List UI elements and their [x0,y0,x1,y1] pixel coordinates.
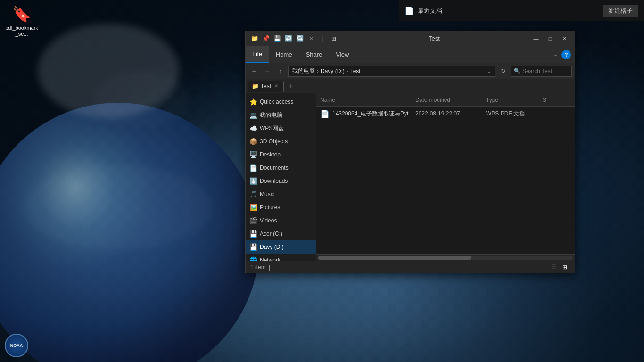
videos-icon: 🎬 [249,217,257,224]
quick-access-icon: ⭐ [249,98,257,106]
toolbar-save-icon[interactable]: 💾 [272,33,282,44]
acer-c-icon: 💾 [249,230,257,238]
search-input[interactable] [522,68,569,74]
table-row[interactable]: 📄 14320064_电子数据取证与Python方法... 2022-08-19… [316,107,575,121]
documents-icon: 📄 [249,164,257,172]
title-bar-left: 📁 📌 💾 ↩️ ↪️ ✕ | ⊞ [249,33,339,44]
path-dropdown-icon[interactable]: ⌄ [487,68,491,74]
status-separator: | [269,264,270,271]
file-name: 14320064_电子数据取证与Python方法... [332,110,415,118]
toolbar-undo-icon[interactable]: ↩️ [283,33,294,44]
noaa-badge: NOAA [5,334,28,357]
close-button[interactable]: ✕ [558,34,571,43]
tab-close-button[interactable]: ✕ [273,83,280,90]
path-sep-1: › [317,68,319,74]
earth-visual [0,103,259,362]
toolbar-redo-icon[interactable]: ↪️ [295,33,305,44]
recent-docs-area: 📄 最近文档 [405,6,442,15]
maximize-button[interactable]: □ [544,34,557,43]
status-bar: 1 item | ☰ ⊞ [246,261,575,273]
toolbar: 📁 📌 💾 ↩️ ↪️ ✕ | ⊞ [249,33,339,44]
sidebar-item-label: Videos [260,217,277,224]
forward-button[interactable]: → [262,66,273,77]
path-segment-test[interactable]: Test [350,68,361,74]
horizontal-scrollbar[interactable] [316,254,575,261]
add-tab-button[interactable]: + [285,81,296,92]
column-type-header[interactable]: Type [486,97,543,103]
sidebar-item-label: Davy (D:) [260,244,284,250]
toolbar-pin-icon[interactable]: 📌 [261,33,271,44]
ribbon-help-area: ⌄ ? [552,50,575,59]
pictures-icon: 🖼️ [249,204,257,211]
view-buttons: ☰ ⊞ [548,263,570,272]
minimize-button[interactable]: — [529,34,543,43]
sidebar-item-label: 我的电脑 [260,111,282,119]
sidebar-item-label: WPS网盘 [260,124,284,132]
toolbar-folder-icon[interactable]: 📁 [249,33,260,44]
window-title: Test [339,35,529,42]
tiles-view-button[interactable]: ⊞ [560,263,570,272]
search-box[interactable]: 🔍 [511,66,572,77]
column-size-header[interactable]: S [543,97,571,103]
ribbon-tab-file[interactable]: File [246,46,269,63]
sidebar-item-label: Documents [260,165,289,171]
toolbar-separator: | [317,33,328,44]
ribbon-tab-share[interactable]: Share [299,46,330,63]
tabs-bar: 📁 Test ✕ + [246,79,575,93]
address-path[interactable]: 我的电脑 › Davy (D:) › Test ⌄ [288,66,495,77]
desktop-icon-pdf[interactable]: 🔖 pdf_bookmark_se... [5,5,39,37]
sidebar-item-davy-d[interactable]: 💾 Davy (D:) [246,240,316,254]
sidebar-item-network[interactable]: 🌐 Network [246,254,316,261]
sidebar-item-wps-cloud[interactable]: ☁️ WPS网盘 [246,122,316,135]
main-content: ⭐ Quick access 💻 我的电脑 ☁️ WPS网盘 📦 3D Obje… [246,93,575,261]
sidebar-item-label: Quick access [260,99,293,105]
sidebar-item-videos[interactable]: 🎬 Videos [246,214,316,227]
file-pdf-icon: 📄 [320,109,330,118]
column-name-header[interactable]: Name [320,97,415,103]
pdf-icon-label: pdf_bookmark_se... [5,25,39,37]
recent-docs-icon: 📄 [405,6,414,15]
sidebar-item-label: Music [260,191,274,197]
window-controls: — □ ✕ [529,34,571,43]
column-date-header[interactable]: Date modified [415,97,486,103]
recent-docs-label: 最近文档 [418,7,442,15]
sidebar-item-pictures[interactable]: 🖼️ Pictures [246,201,316,214]
hscroll-thumb [318,256,471,260]
ribbon-tab-home[interactable]: Home [269,46,299,63]
sidebar-item-quick-access[interactable]: ⭐ Quick access [246,95,316,108]
file-area: Name Date modified Type S 📄 14320064_电子数… [316,93,575,261]
path-segment-davy[interactable]: Davy (D:) [321,68,345,74]
sidebar-item-music[interactable]: 🎵 Music [246,188,316,201]
file-list: 📄 14320064_电子数据取证与Python方法... 2022-08-19… [316,107,575,254]
sidebar-item-acer-c[interactable]: 💾 Acer (C:) [246,227,316,240]
sidebar-item-downloads[interactable]: ⬇️ Downloads [246,174,316,188]
sidebar-item-label: Pictures [260,204,280,211]
ribbon-tab-view[interactable]: View [329,46,356,63]
back-button[interactable]: ← [248,66,260,77]
wps-cloud-icon: ☁️ [249,124,257,132]
toolbar-cut-icon[interactable]: ✕ [306,33,316,44]
path-segment-pc[interactable]: 我的电脑 [292,67,315,75]
sidebar-item-label: Acer (C:) [260,230,282,237]
ribbon-expand-icon[interactable]: ⌄ [552,51,560,58]
item-count: 1 item [250,264,266,271]
help-button[interactable]: ? [561,50,571,59]
cloud-1 [38,24,179,118]
file-date: 2022-08-19 22:07 [415,110,486,117]
title-bar: 📁 📌 💾 ↩️ ↪️ ✕ | ⊞ Test — □ ✕ [246,31,575,46]
tab-test[interactable]: 📁 Test ✕ [248,81,284,92]
details-view-button[interactable]: ☰ [548,263,559,272]
search-icon: 🔍 [514,68,520,74]
refresh-button[interactable]: ↻ [497,66,509,77]
tab-label: Test [261,83,271,90]
new-folder-button[interactable]: 新建格子 [603,5,638,17]
toolbar-layout-icon[interactable]: ⊞ [329,33,339,44]
sidebar-item-documents[interactable]: 📄 Documents [246,161,316,174]
sidebar-item-3d-objects[interactable]: 📦 3D Objects [246,135,316,148]
sidebar-item-my-pc[interactable]: 💻 我的电脑 [246,108,316,122]
sidebar-item-desktop[interactable]: 🖥️ Desktop [246,148,316,161]
address-bar: ← → ↑ 我的电脑 › Davy (D:) › Test ⌄ ↻ 🔍 [246,63,575,79]
up-button[interactable]: ↑ [275,66,286,77]
cloud-3 [24,165,212,250]
sidebar-item-label: 3D Objects [260,138,288,145]
